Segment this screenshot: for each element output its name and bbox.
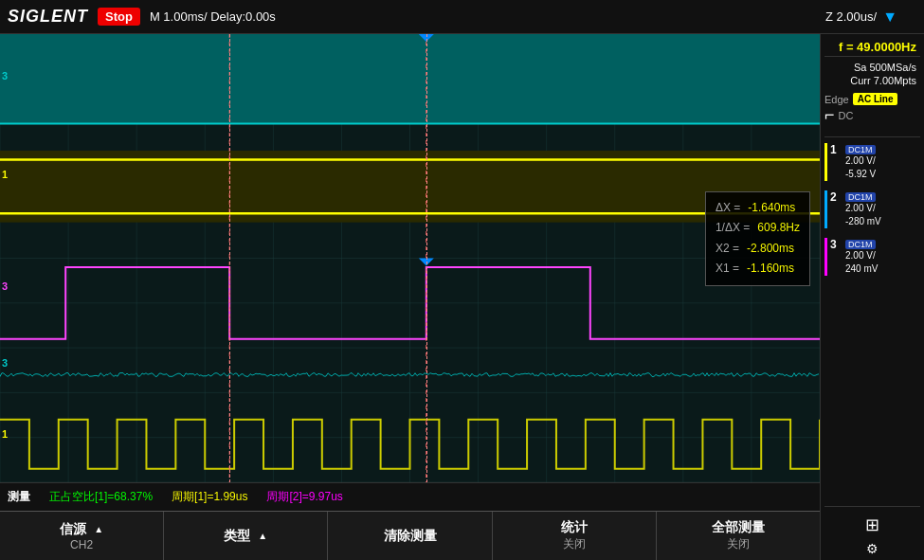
- btn-type-label: 类型: [224, 528, 250, 545]
- btn-stats[interactable]: 统计 关闭: [493, 512, 657, 560]
- ch3-label-top: 3: [2, 70, 8, 81]
- edge-panel: Edge AC Line ⌐ DC: [824, 93, 920, 125]
- ch2-num: 2: [830, 190, 845, 204]
- x1-value: -1.160ms: [747, 259, 794, 280]
- ch3-offset: 240 mV: [845, 262, 879, 276]
- ch3-num: 3: [830, 238, 845, 251]
- trigger-slope-icon: ⌐: [824, 105, 835, 125]
- main-content: 3 1 3 3 1 ΔX = -1.640ms 1/ΔX = 609.8Hz: [0, 34, 924, 560]
- ch2-label: 3: [2, 280, 8, 292]
- bottom-status-bar: 测量 正占空比[1]=68.37% 周期[1]=1.99us 周期[2]=9.9…: [0, 482, 820, 511]
- btn-source[interactable]: 信源 ▲ CH2: [0, 512, 164, 560]
- btn-clear-label: 清除测量: [384, 528, 437, 545]
- btn-stats-sub: 关闭: [563, 536, 586, 552]
- measure-icon[interactable]: ⚙: [866, 541, 879, 556]
- ch3-vals: 2.00 V/ 240 mV: [845, 249, 879, 276]
- trigger-position-marker: ▼: [882, 9, 897, 26]
- delta-x-value: -1.640ms: [748, 198, 795, 219]
- popup-row-x1: X1 = -1.160ms: [716, 259, 800, 280]
- waveform-canvas: [0, 34, 820, 482]
- x2-value: -2.800ms: [747, 239, 794, 260]
- curr-display: Curr 7.00Mpts: [824, 74, 920, 87]
- ch2-offset: -280 mV: [845, 215, 881, 228]
- ch3-badge: DC1M: [845, 240, 876, 249]
- stop-badge[interactable]: Stop: [98, 8, 140, 26]
- btn-source-arrow: ▲: [94, 524, 103, 534]
- channel-info: 1 DC1M 2.00 V/ -5.92 V 2 DC1M: [824, 136, 920, 285]
- ch3-volt-div: 2.00 V/: [845, 249, 879, 262]
- freq-display: f = 49.0000Hz: [824, 38, 920, 57]
- ch1-info: 1 DC1M 2.00 V/ -5.92 V: [824, 143, 920, 181]
- status-item-3: 周期[2]=9.97us: [266, 489, 342, 505]
- ch1-offset: -5.92 V: [845, 168, 879, 181]
- waveform-grid: 3 1 3 3 1 ΔX = -1.640ms 1/ΔX = 609.8Hz: [0, 34, 820, 482]
- btn-clear[interactable]: 清除测量: [328, 512, 492, 560]
- status-item-1: 正占空比[1]=68.37%: [49, 489, 153, 505]
- btn-all-measure-sub: 关闭: [727, 536, 750, 552]
- inv-dx-label: 1/ΔX =: [716, 218, 750, 239]
- oscilloscope-screen: SIGLENT Stop M 1.00ms/ Delay:0.00s Z 2.0…: [0, 0, 924, 560]
- siglent-logo: SIGLENT: [8, 7, 88, 27]
- popup-row-x2: X2 = -2.800ms: [716, 239, 800, 260]
- top-bar: SIGLENT Stop M 1.00ms/ Delay:0.00s Z 2.0…: [0, 0, 924, 34]
- ch1-vals: 2.00 V/ -5.92 V: [845, 154, 879, 181]
- ch2-info: 2 DC1M 2.00 V/ -280 mV: [824, 190, 920, 228]
- measurement-label: 测量: [8, 489, 30, 505]
- right-panel: f = 49.0000Hz Sa 500MSa/s Curr 7.00Mpts …: [820, 34, 924, 560]
- btn-source-label: 信源: [60, 521, 86, 538]
- x1-label: X1 =: [716, 259, 739, 280]
- btn-type[interactable]: 类型 ▲: [164, 512, 328, 560]
- z-info: Z 2.00us/ ▼: [825, 9, 897, 26]
- ch2-vals: 2.00 V/ -280 mV: [845, 202, 881, 228]
- btn-all-measure-label: 全部测量: [712, 519, 765, 536]
- ch3-label-bottom: 3: [2, 357, 8, 369]
- ch2-badge: DC1M: [845, 192, 876, 202]
- ch3-info: 3 DC1M 2.00 V/ 240 mV: [824, 238, 920, 276]
- btn-stats-label: 统计: [561, 519, 588, 536]
- edge-row: Edge AC Line: [824, 93, 920, 105]
- ch1-volt-div: 2.00 V/: [845, 154, 879, 168]
- btn-source-sub: CH2: [70, 538, 93, 551]
- popup-row-inv: 1/ΔX = 609.8Hz: [716, 218, 800, 239]
- ch1-num: 1: [830, 143, 845, 156]
- delta-x-label: ΔX =: [716, 198, 740, 219]
- dc-label: DC: [839, 110, 854, 121]
- x2-label: X2 =: [716, 239, 739, 260]
- ch2-volt-div: 2.00 V/: [845, 202, 881, 215]
- time-info: M 1.00ms/ Delay:0.00s: [150, 9, 825, 24]
- status-item-2: 周期[1]=1.99us: [172, 489, 247, 505]
- ac-line-btn[interactable]: AC Line: [853, 93, 898, 105]
- sa-display: Sa 500MSa/s: [824, 61, 920, 74]
- osc-area: 3 1 3 3 1 ΔX = -1.640ms 1/ΔX = 609.8Hz: [0, 34, 820, 560]
- ch1-label-bottom: 1: [2, 428, 8, 440]
- edge-dc-row: ⌐ DC: [824, 105, 920, 125]
- ch1-label: 1: [2, 169, 8, 180]
- bottom-buttons: 信源 ▲ CH2 类型 ▲ 清除测量 统计 关闭: [0, 511, 820, 560]
- btn-all-measure[interactable]: 全部测量 关闭: [657, 512, 820, 560]
- settings-icon[interactable]: ⊞: [865, 515, 879, 535]
- edge-label: Edge: [824, 94, 849, 105]
- inv-dx-value: 609.8Hz: [757, 218, 800, 239]
- popup-row-dx: ΔX = -1.640ms: [716, 198, 800, 219]
- measurement-popup: ΔX = -1.640ms 1/ΔX = 609.8Hz X2 = -2.800…: [705, 191, 810, 286]
- ch1-badge: DC1M: [845, 145, 876, 154]
- btn-type-arrow: ▲: [258, 531, 267, 541]
